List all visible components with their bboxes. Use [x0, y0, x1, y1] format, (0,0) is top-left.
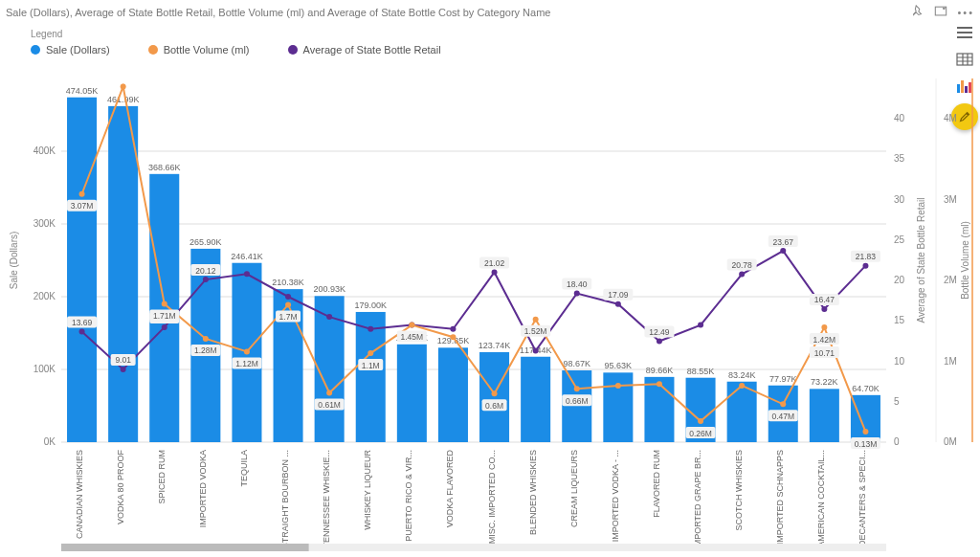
retail-point[interactable] — [121, 367, 126, 372]
bar-value-label: 210.38K — [272, 278, 304, 287]
category-label: TENNESSEE WHISKIE... — [322, 450, 331, 548]
more-options-icon[interactable]: ••• — [957, 7, 974, 18]
category-label: WHISKEY LIQUEUR — [363, 450, 372, 530]
retail-point[interactable] — [780, 248, 786, 254]
svg-text:1M: 1M — [944, 356, 957, 367]
hamburger-icon[interactable] — [954, 23, 975, 42]
y-left-axis-label: Sale (Dollars) — [9, 232, 19, 290]
bar[interactable] — [851, 395, 880, 442]
retail-label: 20.12 — [195, 266, 216, 276]
volume-point[interactable] — [450, 334, 456, 340]
category-label: IMPORTED GRAPE BR... — [693, 450, 702, 549]
volume-point[interactable] — [739, 383, 745, 389]
volume-point[interactable] — [780, 401, 786, 407]
legend-item-sale[interactable]: Sale (Dollars) — [31, 44, 110, 56]
category-label: DECANTERS & SPECI... — [858, 450, 867, 546]
retail-label: 18.40 — [567, 279, 588, 289]
retail-point[interactable] — [574, 291, 580, 297]
retail-point[interactable] — [698, 323, 703, 328]
volume-point[interactable] — [574, 386, 580, 391]
bar[interactable] — [479, 352, 509, 442]
retail-point[interactable] — [450, 326, 456, 332]
volume-label: 1.45M — [401, 332, 424, 342]
volume-label: 1.52M — [524, 326, 547, 336]
retail-point[interactable] — [244, 271, 250, 277]
category-label: SCOTCH WHISKIES — [734, 450, 744, 531]
category-label: FLAVORED RUM — [652, 450, 661, 518]
bar-value-label: 200.93K — [313, 284, 345, 294]
bar[interactable] — [149, 174, 179, 442]
retail-point[interactable] — [203, 277, 209, 282]
retail-point[interactable] — [79, 328, 85, 334]
focus-mode-icon[interactable] — [934, 5, 947, 20]
retail-label: 13.69 — [72, 318, 93, 327]
bar[interactable] — [521, 357, 550, 442]
category-label: IMPORTED VODKA — [198, 450, 208, 527]
retail-point[interactable] — [739, 272, 745, 278]
bar[interactable] — [562, 370, 591, 442]
category-label: PUERTO RICO & VIR... — [404, 450, 413, 542]
svg-text:0: 0 — [894, 436, 900, 447]
bar-value-label: 461.99K — [107, 95, 140, 104]
retail-point[interactable] — [862, 263, 868, 269]
volume-point[interactable] — [821, 324, 827, 330]
bar[interactable] — [397, 345, 427, 442]
volume-point[interactable] — [368, 350, 373, 356]
volume-point[interactable] — [409, 323, 414, 328]
bar[interactable] — [67, 98, 97, 442]
retail-point[interactable] — [657, 339, 662, 345]
bar[interactable] — [438, 347, 468, 442]
svg-text:15: 15 — [894, 315, 905, 325]
bar-value-label: 246.41K — [231, 252, 263, 261]
category-label: VODKA FLAVORED — [445, 450, 455, 528]
volume-label: 1.12M — [235, 359, 258, 368]
svg-text:0M: 0M — [944, 436, 957, 447]
volume-point[interactable] — [203, 336, 209, 342]
category-label: IMPORTED SCHNAPPS — [775, 450, 785, 545]
volume-label: 1.71M — [153, 311, 176, 321]
category-label: IMPORTED VODKA - ... — [611, 450, 620, 542]
retail-point[interactable] — [533, 348, 539, 354]
retail-point[interactable] — [368, 326, 373, 332]
svg-text:5: 5 — [894, 396, 900, 407]
volume-point[interactable] — [162, 301, 167, 307]
bar-value-label: 73.22K — [811, 377, 838, 387]
volume-point[interactable] — [492, 390, 498, 396]
volume-point[interactable] — [79, 191, 85, 197]
category-label: CREAM LIQUEURS — [569, 450, 579, 527]
legend-label-retail: Average of State Bottle Retail — [303, 44, 441, 56]
legend-item-retail[interactable]: Average of State Bottle Retail — [288, 44, 441, 56]
svg-text:3M: 3M — [944, 194, 957, 205]
volume-point[interactable] — [285, 301, 291, 307]
svg-text:2M: 2M — [944, 275, 957, 285]
category-scrollbar-thumb[interactable] — [61, 544, 309, 551]
pin-icon[interactable] — [911, 5, 924, 20]
volume-point[interactable] — [698, 418, 703, 424]
volume-point[interactable] — [244, 348, 250, 354]
volume-point[interactable] — [862, 429, 868, 434]
volume-point[interactable] — [657, 381, 662, 387]
legend-swatch-retail — [288, 45, 298, 55]
volume-point[interactable] — [615, 383, 621, 389]
table-view-icon[interactable] — [954, 50, 975, 69]
bar-value-label: 368.66K — [148, 163, 181, 172]
chart-title: Sale (Dollars), Average of State Bottle … — [6, 7, 550, 18]
retail-point[interactable] — [492, 269, 498, 275]
retail-point[interactable] — [326, 314, 332, 320]
volume-point[interactable] — [121, 83, 126, 89]
retail-point[interactable] — [615, 301, 621, 307]
retail-point[interactable] — [162, 324, 167, 330]
category-label: SPICED RUM — [157, 450, 167, 504]
retail-label: 23.67 — [773, 237, 794, 247]
retail-point[interactable] — [821, 306, 827, 312]
volume-point[interactable] — [533, 317, 539, 323]
volume-point[interactable] — [326, 390, 332, 395]
bar[interactable] — [108, 106, 138, 442]
legend-item-volume[interactable]: Bottle Volume (ml) — [148, 44, 250, 56]
bar[interactable] — [810, 389, 839, 442]
combo-chart[interactable]: 0K100K200K300K400K05101520253035400M1M2M… — [0, 67, 980, 557]
retail-point[interactable] — [285, 294, 291, 300]
svg-rect-1 — [957, 54, 972, 65]
bar-value-label: 88.55K — [687, 367, 715, 376]
category-label: TEQUILA — [239, 450, 249, 487]
